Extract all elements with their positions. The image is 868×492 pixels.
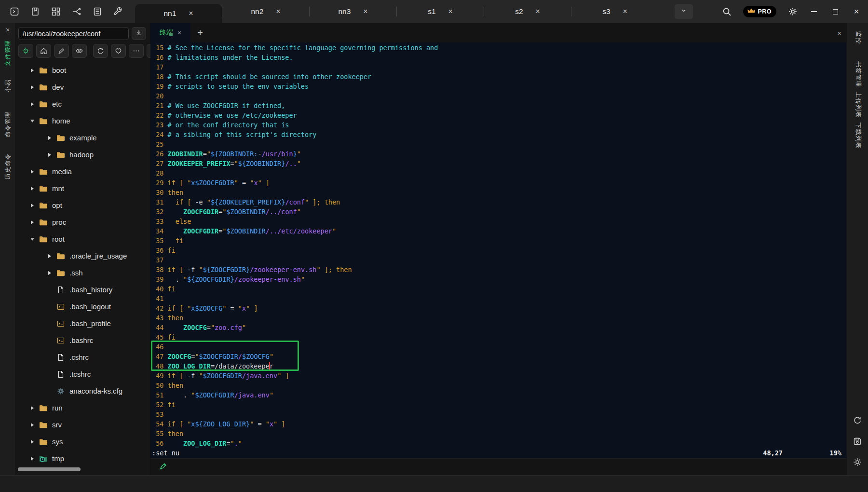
tree-item-proc[interactable]: proc (15, 214, 150, 231)
tree-item-dev[interactable]: dev (15, 79, 150, 96)
code-line-23: 23 # or the conf directory that is (152, 120, 846, 130)
left-rail-item[interactable]: 历史命令 (0, 151, 15, 182)
favorite-button[interactable] (111, 44, 126, 58)
tree-item-home[interactable]: home (15, 112, 150, 129)
terminal-tab-close-icon[interactable]: × (177, 29, 181, 37)
terminal-screen[interactable]: 15 # See the License for the specific la… (150, 42, 846, 458)
tree-item-.oracle_jre_usage[interactable]: .oracle_jre_usage (15, 247, 150, 264)
tree-item-run[interactable]: run (15, 399, 150, 416)
new-terminal-tab-button[interactable]: + (190, 23, 210, 42)
expand-arrow-icon[interactable] (30, 170, 35, 174)
left-rail-item[interactable]: 小易 (0, 78, 15, 94)
tab-close-icon[interactable]: × (623, 7, 627, 16)
expand-arrow-icon[interactable] (30, 423, 35, 427)
tree-item-root[interactable]: root (15, 231, 150, 247)
wrench-icon[interactable] (113, 7, 123, 16)
right-rail-item[interactable]: 上传列表 (847, 89, 868, 120)
expand-arrow-icon[interactable] (30, 406, 35, 410)
save-icon[interactable] (853, 437, 862, 446)
tab-close-icon[interactable]: × (363, 7, 367, 16)
terminal-panel-close-button[interactable]: × (837, 23, 841, 42)
refresh-icon[interactable] (853, 415, 862, 425)
tree-item-mnt[interactable]: mnt (15, 180, 150, 197)
horizontal-scrollbar[interactable] (18, 467, 147, 471)
tree-item-anaconda-ks.cfg[interactable]: anaconda-ks.cfg (15, 383, 150, 399)
tab-close-icon[interactable]: × (536, 7, 540, 16)
expand-arrow-icon[interactable] (30, 204, 35, 207)
session-tab-nn3[interactable]: nn3× (310, 0, 396, 23)
tab-close-icon[interactable]: × (448, 7, 453, 16)
line-number: 26 (152, 150, 168, 158)
path-input[interactable] (18, 27, 129, 40)
pen-button[interactable] (54, 44, 69, 58)
tab-close-icon[interactable]: × (276, 7, 280, 16)
panel-collapse-button[interactable]: × (0, 26, 15, 34)
expand-arrow-icon[interactable] (30, 85, 35, 89)
more-button[interactable] (129, 44, 144, 58)
server-list-icon[interactable] (93, 7, 102, 16)
expand-arrow-icon[interactable] (30, 102, 35, 106)
left-rail-item[interactable]: 文件管理 (0, 38, 15, 68)
minimize-button[interactable] (809, 7, 819, 16)
collapse-arrow-icon[interactable] (30, 120, 35, 123)
locate-button[interactable] (18, 44, 33, 58)
tree-item-etc[interactable]: etc (15, 96, 150, 112)
tree-item-example[interactable]: example (15, 129, 150, 146)
settings-icon[interactable] (853, 457, 862, 467)
tree-item-opt[interactable]: opt (15, 197, 150, 214)
tree-item-.tcshrc[interactable]: .tcshrc (15, 366, 150, 383)
right-rail-item[interactable]: 书签管理 (847, 59, 868, 90)
tree-item-tmp[interactable]: tmp (15, 450, 150, 467)
tree-item-srv[interactable]: srv (15, 416, 150, 433)
collapse-arrow-icon[interactable] (30, 238, 35, 241)
scrollbar-thumb[interactable] (18, 467, 81, 471)
session-tab-s2[interactable]: s2× (484, 0, 571, 23)
session-tab-s3[interactable]: s3× (571, 0, 658, 23)
right-rail-item[interactable]: 下载列表 (847, 120, 868, 151)
expand-arrow-icon[interactable] (47, 271, 52, 275)
expand-arrow-icon[interactable] (30, 457, 35, 461)
tree-item-.bash_history[interactable]: .bash_history (15, 281, 150, 298)
expand-arrow-icon[interactable] (47, 254, 52, 258)
session-tab-nn1[interactable]: nn1× (135, 4, 222, 23)
left-rail: × 文件管理小易命令管理历史命令 (0, 23, 15, 475)
tree-item-.bash_profile[interactable]: .bash_profile (15, 315, 150, 332)
tree-item-.cshrc[interactable]: .cshrc (15, 349, 150, 366)
expand-arrow-icon[interactable] (47, 136, 52, 140)
tree-item-media[interactable]: media (15, 163, 150, 180)
download-button[interactable] (132, 27, 146, 40)
expand-arrow-icon[interactable] (30, 68, 35, 72)
expand-arrow-icon[interactable] (30, 220, 35, 224)
window-close-button[interactable]: × (852, 7, 861, 16)
maximize-button[interactable] (830, 7, 840, 16)
expand-arrow-icon[interactable] (30, 440, 35, 444)
code-line-55: 55 then (152, 429, 846, 438)
tree-item-hadoop[interactable]: hadoop (15, 146, 150, 163)
tree-item-boot[interactable]: boot (15, 62, 150, 79)
marker-pen-icon[interactable] (159, 462, 168, 472)
session-tab-s1[interactable]: s1× (397, 0, 484, 23)
left-rail-item[interactable]: 命令管理 (0, 109, 15, 140)
terminal-tab[interactable]: 终端 × (150, 23, 190, 42)
refresh-button[interactable] (93, 44, 108, 58)
right-rail-item[interactable]: 监控 (847, 29, 868, 46)
tree-item-.ssh[interactable]: .ssh (15, 264, 150, 281)
search-button[interactable] (722, 7, 732, 16)
home-button[interactable] (36, 44, 51, 58)
terminal-launcher-icon[interactable] (10, 7, 19, 16)
layout-grid-icon[interactable] (51, 7, 61, 16)
expand-arrow-icon[interactable] (30, 187, 35, 191)
tree-item-.bashrc[interactable]: .bashrc (15, 332, 150, 349)
tab-list-dropdown-button[interactable] (675, 4, 693, 19)
tree-item-.bash_logout[interactable]: .bash_logout (15, 298, 150, 315)
code-line-16: 16 # limitations under the License. (152, 53, 846, 62)
tree-item-sys[interactable]: sys (15, 433, 150, 450)
session-tab-nn2[interactable]: nn2× (222, 0, 309, 23)
settings-button[interactable] (788, 7, 798, 16)
bookmark-page-icon[interactable] (30, 7, 40, 16)
expand-arrow-icon[interactable] (47, 153, 52, 157)
pro-badge[interactable]: PRO (743, 6, 776, 17)
tab-close-icon[interactable]: × (189, 9, 193, 18)
eye-button[interactable] (72, 44, 87, 58)
connection-tree-icon[interactable] (72, 7, 81, 16)
